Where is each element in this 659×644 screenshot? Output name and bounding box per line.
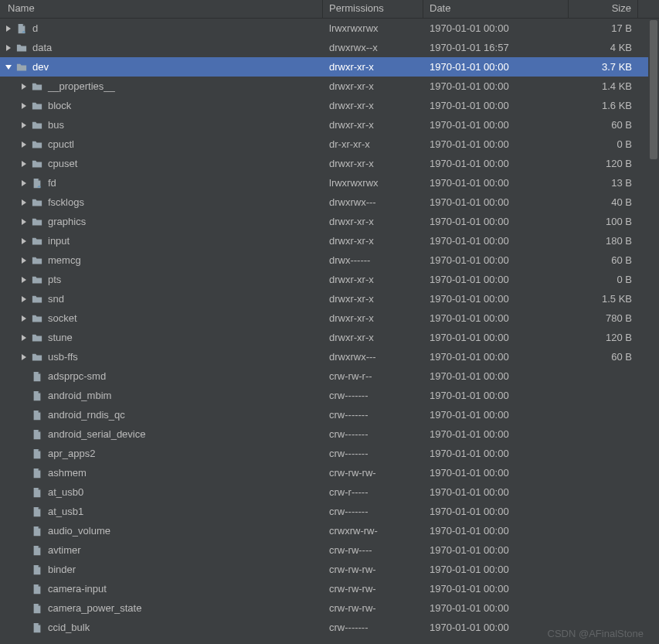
- table-row[interactable]: ptsdrwxr-xr-x1970-01-01 00:000 B: [0, 270, 659, 289]
- table-row[interactable]: stunedrwxr-xr-x1970-01-01 00:00120 B: [0, 328, 659, 347]
- chevron-right-icon[interactable]: [19, 178, 29, 189]
- table-row[interactable]: fscklogsdrwxrwx---1970-01-01 00:0040 B: [0, 193, 659, 212]
- name-cell[interactable]: fscklogs: [0, 196, 323, 209]
- chevron-right-icon[interactable]: [19, 274, 29, 285]
- header-size[interactable]: Size: [569, 0, 638, 18]
- table-row[interactable]: cpuctldr-xr-xr-x1970-01-01 00:000 B: [0, 135, 659, 154]
- file-size: 0 B: [569, 138, 638, 150]
- name-cell[interactable]: cpuset: [0, 158, 323, 170]
- name-cell[interactable]: at_usb0: [0, 486, 323, 499]
- table-row[interactable]: camera-inputcrw-rw-rw-1970-01-01 00:00: [0, 579, 659, 598]
- name-cell[interactable]: stune: [0, 332, 323, 344]
- chevron-right-icon[interactable]: [19, 216, 29, 227]
- name-cell[interactable]: fd: [0, 177, 323, 189]
- table-row[interactable]: android_rndis_qccrw-------1970-01-01 00:…: [0, 405, 659, 424]
- name-cell[interactable]: audio_volume: [0, 525, 323, 537]
- chevron-right-icon[interactable]: [19, 313, 29, 324]
- name-cell[interactable]: at_usb1: [0, 506, 323, 518]
- date: 1970-01-01 00:00: [423, 138, 569, 150]
- name-cell[interactable]: graphics: [0, 216, 323, 228]
- chevron-right-icon[interactable]: [19, 158, 29, 169]
- name-cell[interactable]: bus: [0, 119, 323, 131]
- table-row[interactable]: audio_volumecrwxrw-rw-1970-01-01 00:00: [0, 521, 659, 540]
- table-row[interactable]: cpusetdrwxr-xr-x1970-01-01 00:00120 B: [0, 154, 659, 173]
- file-icon: [31, 602, 43, 615]
- folder-icon: [31, 274, 43, 286]
- scroll-thumb[interactable]: [650, 20, 657, 159]
- folder-icon: [31, 138, 43, 151]
- header-name[interactable]: Name: [0, 0, 323, 18]
- name-cell[interactable]: block: [0, 100, 323, 112]
- table-row[interactable]: datadrwxrwx--x1970-01-01 16:574 KB: [0, 38, 659, 57]
- name-cell[interactable]: ashmem: [0, 467, 323, 479]
- name-cell[interactable]: pts: [0, 274, 323, 286]
- table-row[interactable]: socketdrwxr-xr-x1970-01-01 00:00780 B: [0, 308, 659, 328]
- name-cell[interactable]: data: [0, 42, 323, 54]
- permissions: crw-rw-rw-: [323, 583, 423, 595]
- chevron-right-icon[interactable]: [19, 197, 29, 208]
- name-cell[interactable]: socket: [0, 312, 323, 325]
- name-cell[interactable]: dev: [0, 61, 323, 73]
- date: 1970-01-01 00:00: [423, 119, 569, 131]
- name-cell[interactable]: avtimer: [0, 544, 323, 557]
- table-row[interactable]: busdrwxr-xr-x1970-01-01 00:0060 B: [0, 115, 659, 135]
- table-row[interactable]: __properties__drwxr-xr-x1970-01-01 00:00…: [0, 77, 659, 96]
- table-row[interactable]: snddrwxr-xr-x1970-01-01 00:001.5 KB: [0, 289, 659, 308]
- file-name: fscklogs: [48, 196, 84, 208]
- chevron-right-icon[interactable]: [19, 332, 29, 343]
- table-row[interactable]: fdlrwxrwxrwx1970-01-01 00:0013 B: [0, 173, 659, 193]
- folder-icon: [31, 119, 43, 131]
- table-row[interactable]: dlrwxrwxrwx1970-01-01 00:0017 B: [0, 19, 659, 38]
- name-cell[interactable]: usb-ffs: [0, 351, 323, 363]
- table-row[interactable]: camera_power_statecrw-rw-rw-1970-01-01 0…: [0, 598, 659, 618]
- header-permissions[interactable]: Permissions: [323, 0, 423, 18]
- chevron-right-icon[interactable]: [3, 43, 14, 53]
- table-row[interactable]: ashmemcrw-rw-rw-1970-01-01 00:00: [0, 463, 659, 482]
- name-cell[interactable]: snd: [0, 293, 323, 305]
- chevron-right-icon[interactable]: [19, 120, 29, 131]
- name-cell[interactable]: __properties__: [0, 80, 323, 93]
- chevron-right-icon[interactable]: [19, 294, 29, 305]
- table-row[interactable]: android_mbimcrw-------1970-01-01 00:00: [0, 386, 659, 405]
- chevron-right-icon[interactable]: [19, 101, 29, 111]
- table-row[interactable]: at_usb0crw-r-----1970-01-01 00:00: [0, 482, 659, 502]
- name-cell[interactable]: d: [0, 22, 323, 35]
- table-row[interactable]: devdrwxr-xr-x1970-01-01 00:003.7 KB: [0, 57, 659, 77]
- table-row[interactable]: memcgdrwx------1970-01-01 00:0060 B: [0, 250, 659, 270]
- table-row[interactable]: avtimercrw-rw----1970-01-01 00:00: [0, 540, 659, 560]
- chevron-right-icon[interactable]: [19, 236, 29, 247]
- chevron-right-icon[interactable]: [19, 255, 29, 266]
- chevron-right-icon[interactable]: [3, 23, 14, 34]
- header-date[interactable]: Date: [423, 0, 569, 18]
- name-cell[interactable]: binder: [0, 564, 323, 576]
- name-cell[interactable]: camera_power_state: [0, 602, 323, 615]
- table-row[interactable]: android_serial_devicecrw-------1970-01-0…: [0, 424, 659, 444]
- table-row[interactable]: apr_apps2crw-------1970-01-01 00:00: [0, 444, 659, 463]
- chevron-down-icon[interactable]: [3, 62, 14, 73]
- name-cell[interactable]: adsprpc-smd: [0, 370, 323, 383]
- table-row[interactable]: bindercrw-rw-rw-1970-01-01 00:00: [0, 560, 659, 579]
- name-cell[interactable]: cpuctl: [0, 138, 323, 151]
- name-cell[interactable]: ccid_bulk: [0, 622, 323, 634]
- name-cell[interactable]: camera-input: [0, 583, 323, 595]
- permissions: dr-xr-xr-x: [323, 138, 423, 150]
- table-row[interactable]: at_usb1crw-------1970-01-01 00:00: [0, 502, 659, 521]
- permissions: crw-rw-rw-: [323, 467, 423, 479]
- file-size: 120 B: [569, 332, 638, 343]
- name-cell[interactable]: input: [0, 235, 323, 247]
- name-cell[interactable]: android_rndis_qc: [0, 409, 323, 421]
- chevron-right-icon[interactable]: [19, 352, 29, 363]
- table-row[interactable]: adsprpc-smdcrw-rw-r--1970-01-01 00:00: [0, 366, 659, 386]
- table-row[interactable]: blockdrwxr-xr-x1970-01-01 00:001.6 KB: [0, 96, 659, 115]
- chevron-right-icon[interactable]: [19, 139, 29, 150]
- scrollbar[interactable]: [648, 19, 659, 644]
- name-cell[interactable]: memcg: [0, 254, 323, 267]
- table-row[interactable]: inputdrwxr-xr-x1970-01-01 00:00180 B: [0, 231, 659, 250]
- name-cell[interactable]: apr_apps2: [0, 448, 323, 460]
- table-row[interactable]: graphicsdrwxr-xr-x1970-01-01 00:00100 B: [0, 212, 659, 231]
- table-row[interactable]: usb-ffsdrwxrwx---1970-01-01 00:0060 B: [0, 347, 659, 366]
- chevron-right-icon[interactable]: [19, 81, 29, 92]
- date: 1970-01-01 00:00: [423, 312, 569, 324]
- name-cell[interactable]: android_serial_device: [0, 428, 323, 441]
- name-cell[interactable]: android_mbim: [0, 390, 323, 402]
